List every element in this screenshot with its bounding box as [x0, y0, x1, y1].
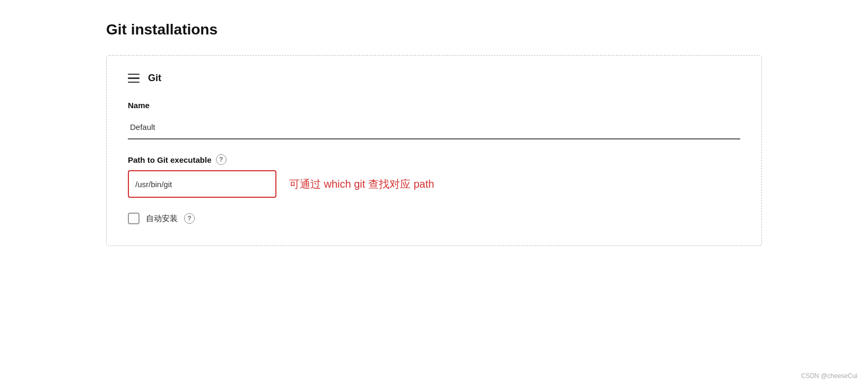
path-help-icon[interactable]: ?: [216, 154, 227, 165]
page-title: Git installations: [106, 21, 762, 38]
name-field-group: Name: [128, 101, 740, 139]
path-input-container: 可通过 which git 查找对应 path: [128, 170, 740, 198]
card-header: Git: [128, 73, 740, 84]
auto-install-label: 自动安装: [146, 214, 178, 224]
auto-install-checkbox[interactable]: [128, 213, 140, 224]
auto-install-row: 自动安装 ?: [128, 213, 740, 224]
path-input[interactable]: [128, 170, 276, 198]
page-container: Git installations Git Name Path to Git e…: [0, 21, 868, 246]
path-hint-text: 可通过 which git 查找对应 path: [276, 170, 434, 198]
hamburger-icon[interactable]: [128, 74, 140, 83]
name-input[interactable]: [128, 115, 740, 139]
name-label: Name: [128, 101, 740, 110]
watermark: CSDN @cheeseCui: [801, 372, 857, 380]
path-label: Path to Git executable: [128, 155, 212, 164]
path-label-row: Path to Git executable ?: [128, 154, 740, 165]
card-header-title: Git: [148, 73, 161, 84]
path-field-group: Path to Git executable ? 可通过 which git 查…: [128, 154, 740, 198]
auto-install-help-icon[interactable]: ?: [184, 213, 195, 224]
git-installation-card: Git Name Path to Git executable ? 可通过 wh…: [106, 55, 762, 246]
